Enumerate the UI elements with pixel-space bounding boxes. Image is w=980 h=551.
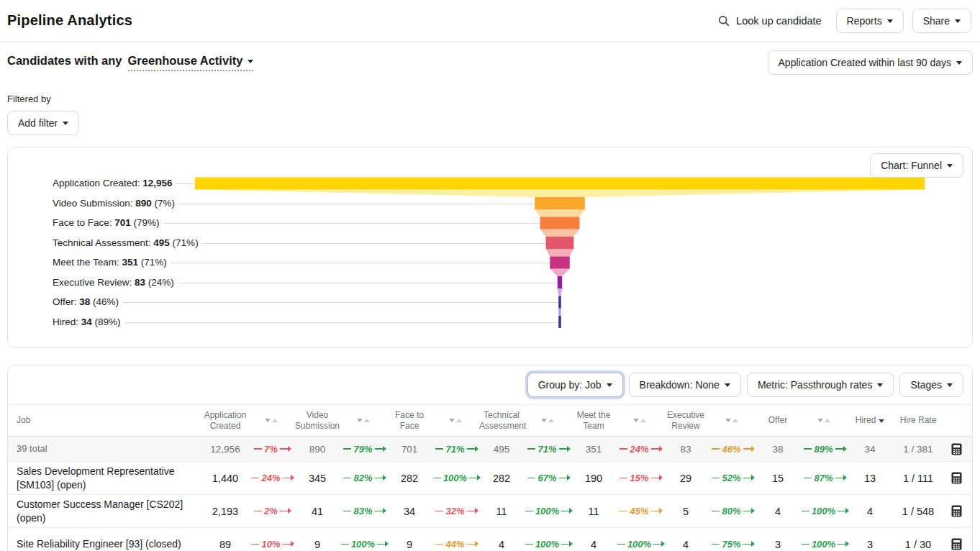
- value-cell: 4: [478, 539, 525, 550]
- funnel-stage-label: Video Submission: 890 (7%): [53, 196, 178, 211]
- column-header-meet-the-team[interactable]: Meet the Team: [571, 410, 617, 432]
- activity-scope-select[interactable]: Greenhouse Activity: [128, 54, 254, 71]
- column-header-technical-assessment[interactable]: Technical Assessment: [478, 410, 525, 432]
- sort-toggle-icon[interactable]: [725, 419, 738, 422]
- control-label: Breakdown: None: [640, 379, 720, 391]
- arrow-right-icon: [283, 478, 291, 479]
- job-cell: 39 total: [8, 442, 202, 455]
- column-label: Application Created: [203, 410, 248, 432]
- passthrough-cell: 100%: [525, 506, 571, 516]
- passthrough-cell: 44%: [432, 539, 478, 550]
- passthrough-cell: 100%: [801, 506, 847, 516]
- passthrough-cell: 100%: [617, 539, 663, 550]
- column-header-application-created[interactable]: Application Created: [202, 410, 248, 432]
- column-header-offer[interactable]: Offer: [755, 415, 801, 426]
- chevron-down-icon: [956, 61, 962, 65]
- column-label: Executive Review: [663, 410, 708, 432]
- value-cell: 345: [294, 473, 340, 484]
- sort-down-icon: [357, 419, 363, 422]
- table-controls: Group by: JobBreakdown: NoneMetric: Pass…: [8, 365, 972, 405]
- value-cell: 34: [847, 444, 893, 455]
- funnel-bar-face-to-face[interactable]: [540, 217, 580, 229]
- add-filter-button[interactable]: Add filter: [7, 111, 79, 135]
- value-cell: 4: [755, 506, 801, 517]
- arrow-right-icon: [838, 511, 846, 512]
- metric-button[interactable]: Metric: Passthrough rates: [747, 373, 894, 397]
- calculator-icon[interactable]: [943, 505, 969, 517]
- funnel-bar-video-submission[interactable]: [535, 197, 585, 209]
- funnel-bar-meet-the-team[interactable]: [550, 257, 569, 269]
- funnel-bar-application-created[interactable]: [195, 178, 925, 190]
- column-header-hired[interactable]: Hired: [847, 415, 893, 426]
- passthrough-cell: 71%: [432, 444, 478, 455]
- pipeline-table-card: Group by: JobBreakdown: NoneMetric: Pass…: [7, 365, 973, 551]
- column-label: Technical Assessment: [479, 410, 524, 432]
- sort-control[interactable]: [709, 419, 755, 422]
- column-header-executive-review[interactable]: Executive Review: [663, 410, 709, 432]
- chart-type-label: Chart: Funnel: [881, 160, 942, 171]
- date-range-button[interactable]: Application Created within last 90 days: [768, 50, 973, 75]
- sort-control[interactable]: [340, 419, 386, 422]
- chevron-down-icon: [63, 122, 68, 125]
- funnel-bar-technical-assessment[interactable]: [546, 237, 574, 249]
- arrow-right-icon: [280, 448, 289, 450]
- funnel-stage-label: Technical Assessment: 495 (71%): [53, 236, 202, 250]
- arrow-right-icon: [743, 478, 752, 479]
- funnel-bar-hired[interactable]: [558, 316, 561, 328]
- column-header-video-submission[interactable]: Video Submission: [294, 410, 340, 432]
- chevron-down-icon: [947, 383, 953, 387]
- funnel-bar-executive-review[interactable]: [558, 276, 562, 288]
- sort-up-icon: [272, 419, 278, 422]
- column-header-face-to-face[interactable]: Face to Face: [386, 410, 432, 432]
- job-cell: Site Reliability Engineer [93] (closed): [8, 537, 202, 550]
- arrow-right-icon: [651, 448, 660, 450]
- value-cell: 190: [571, 473, 617, 484]
- value-cell: 4: [571, 539, 617, 550]
- sort-toggle-icon[interactable]: [633, 419, 646, 422]
- passthrough-cell: 32%: [432, 506, 478, 516]
- passthrough-cell: 71%: [525, 444, 571, 455]
- arrow-right-icon: [561, 511, 570, 512]
- value-cell: 89: [202, 539, 248, 550]
- group-by-button[interactable]: Group by: Job: [527, 373, 623, 397]
- chevron-down-icon: [877, 383, 883, 387]
- sort-up-icon: [732, 419, 738, 422]
- candidate-search[interactable]: Look up candidate: [718, 15, 827, 27]
- value-cell: 41: [294, 506, 340, 517]
- calculator-icon[interactable]: [943, 472, 969, 484]
- sort-toggle-icon[interactable]: [265, 419, 278, 422]
- calculator-icon[interactable]: [943, 538, 969, 550]
- sort-toggle-icon[interactable]: [449, 419, 462, 422]
- job-cell: Customer Success Manager [CS202] (open): [8, 498, 202, 524]
- value-cell: 282: [386, 473, 432, 484]
- share-button[interactable]: Share: [912, 9, 971, 33]
- passthrough-cell: 10%: [248, 539, 294, 550]
- table-row: Site Reliability Engineer [93] (closed)8…: [8, 528, 972, 551]
- sort-toggle-icon[interactable]: [357, 419, 370, 422]
- scope-row: Candidates with any Greenhouse Activity …: [0, 50, 980, 75]
- funnel-bar-offer[interactable]: [558, 296, 561, 309]
- arrow-right-icon: [467, 511, 476, 512]
- sort-control[interactable]: [801, 419, 847, 422]
- table-row: Sales Development Representative [SM103]…: [8, 462, 972, 495]
- column-label: Offer: [768, 415, 787, 426]
- sort-control[interactable]: [617, 419, 663, 422]
- chevron-down-icon: [725, 383, 730, 387]
- sort-toggle-icon[interactable]: [541, 419, 554, 422]
- funnel-transition: [550, 269, 569, 277]
- reports-button[interactable]: Reports: [836, 9, 904, 33]
- arrow-right-icon: [651, 478, 660, 479]
- sort-control[interactable]: [432, 419, 478, 422]
- share-label: Share: [923, 15, 950, 27]
- sort-toggle-icon[interactable]: [817, 419, 830, 422]
- value-cell: 890: [294, 444, 340, 455]
- scope-value: Greenhouse Activity: [128, 54, 243, 68]
- value-cell: 3: [847, 539, 893, 550]
- breakdown-button[interactable]: Breakdown: None: [629, 373, 741, 397]
- chart-type-button[interactable]: Chart: Funnel: [870, 153, 963, 178]
- sort-control[interactable]: [248, 419, 294, 422]
- sort-control[interactable]: [525, 419, 571, 422]
- stages-button[interactable]: Stages: [899, 373, 963, 397]
- sort-up-icon: [364, 419, 370, 422]
- calculator-icon[interactable]: [943, 443, 969, 455]
